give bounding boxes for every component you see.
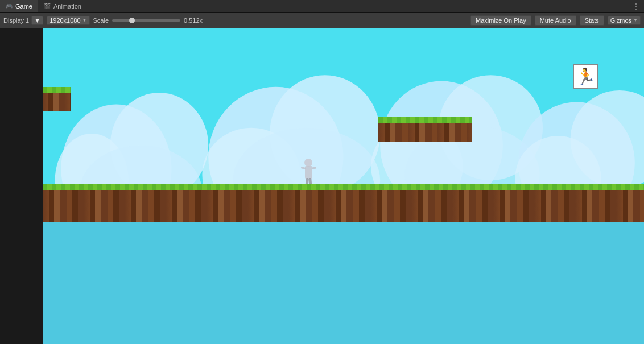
more-menu-button[interactable]: ⋮	[628, 2, 644, 10]
resolution-value: 1920x1080	[49, 17, 80, 24]
gizmos-dropdown[interactable]: Gizmos ▼	[608, 16, 641, 25]
tab-bar: 🎮 Game 🎬 Animation ⋮	[0, 0, 644, 13]
display-dropdown-arrow: ▼	[34, 17, 40, 24]
tab-game-label: Game	[15, 3, 32, 10]
display-dropdown[interactable]: ▼	[31, 16, 43, 25]
dirt-strip	[43, 190, 644, 222]
svg-point-5	[270, 75, 380, 192]
stats-button[interactable]: Stats	[580, 15, 604, 26]
svg-point-13	[571, 90, 644, 189]
platform-small-dirt	[43, 93, 71, 111]
ground-section	[43, 184, 644, 222]
display-label: Display 1	[3, 17, 29, 24]
game-icon: 🎮	[6, 3, 13, 9]
tab-animation[interactable]: 🎬 Animation	[38, 0, 87, 12]
scale-slider-thumb[interactable]	[129, 18, 135, 23]
scale-value: 0.512x	[184, 17, 203, 24]
grass-strip	[43, 184, 644, 190]
gizmos-arrow: ▼	[633, 18, 638, 23]
game-toolbar: Display 1 ▼ 1920x1080 ▼ Scale 0.512x Max…	[0, 13, 644, 28]
tab-game[interactable]: 🎮 Game	[0, 0, 38, 12]
maximize-on-play-button[interactable]: Maximize On Play	[470, 15, 531, 26]
resolution-arrow: ▼	[82, 18, 87, 23]
animation-icon: 🎬	[44, 3, 51, 9]
resolution-dropdown[interactable]: 1920x1080 ▼	[47, 16, 89, 25]
game-viewport: 🏃	[0, 28, 644, 344]
scale-label: Scale	[93, 17, 109, 24]
gizmos-label: Gizmos	[610, 17, 631, 24]
character-thumbnail: 🏃	[573, 64, 598, 89]
scale-slider[interactable]	[112, 19, 180, 22]
svg-point-18	[304, 159, 312, 167]
scale-group: Scale 0.512x	[93, 17, 203, 24]
platform-dirt	[378, 123, 472, 142]
svg-rect-20	[301, 167, 306, 169]
left-border	[0, 28, 43, 344]
more-icon: ⋮	[633, 2, 639, 10]
svg-rect-19	[305, 166, 312, 179]
platform-grass	[378, 117, 472, 123]
mute-audio-button[interactable]: Mute Audio	[535, 15, 576, 26]
tab-animation-label: Animation	[53, 3, 81, 10]
character-thumbnail-icon: 🏃	[576, 67, 596, 86]
svg-point-1	[110, 93, 209, 198]
display-group: Display 1 ▼	[3, 16, 43, 25]
svg-rect-21	[312, 167, 316, 169]
platform-small-left	[43, 87, 71, 111]
water-section	[43, 222, 644, 344]
platform-center-right	[378, 117, 472, 142]
platform-small-grass	[43, 87, 71, 93]
